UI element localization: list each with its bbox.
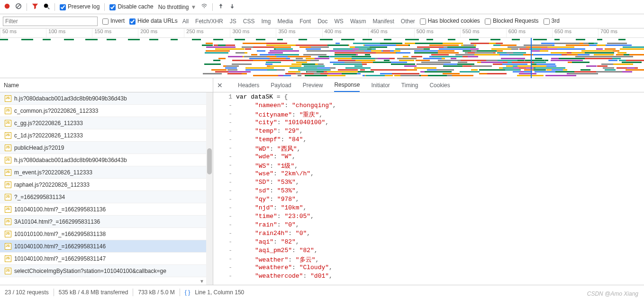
status-bar: 23 / 102 requests 535 kB / 4.8 MB transf…	[0, 285, 644, 299]
time-tick: 700 ms	[598, 28, 644, 37]
table-row[interactable]: ?_=1662995831134	[0, 191, 213, 203]
hide-data-urls-checkbox[interactable]: Hide data URLs	[129, 18, 178, 24]
tab-timing[interactable]: Timing	[401, 79, 418, 91]
filter-type-img[interactable]: Img	[261, 18, 271, 25]
request-name: selectChoiceImgByStation?station=1010401…	[14, 268, 166, 274]
tab-cookies[interactable]: Cookies	[429, 79, 450, 91]
js-file-icon	[5, 108, 11, 114]
filter-type-css[interactable]: CSS	[243, 18, 255, 25]
filter-bar: Invert Hide data URLs AllFetch/XHRJSCSSI…	[0, 14, 644, 28]
scrollbar-track[interactable]	[206, 92, 213, 285]
js-file-icon	[5, 157, 11, 163]
invert-checkbox[interactable]: Invert	[102, 18, 125, 24]
time-tick: 100 ms	[46, 28, 92, 37]
table-row[interactable]: selectChoiceImgByStation?station=1010401…	[0, 265, 213, 277]
request-name: 101040100.html?_=1662995831136	[14, 206, 106, 213]
disable-cache-checkbox[interactable]: Disable cache	[109, 3, 153, 10]
request-name: m_event.js?20220826_112333	[14, 169, 92, 176]
watermark: CSDN @Amo Xiang	[587, 290, 638, 297]
table-row[interactable]: c_gg.js?20220826_112333	[0, 117, 213, 129]
time-tick: 600 ms	[506, 28, 552, 37]
table-row[interactable]: m_event.js?20220826_112333	[0, 166, 213, 179]
time-tick: 250 ms	[184, 28, 230, 37]
blocked-requests-checkbox[interactable]: Blocked Requests	[485, 18, 539, 24]
time-tick: 200 ms	[138, 28, 184, 37]
request-list[interactable]: h.js?080dabacb001ad3dc8b9b9049b36d43bc_c…	[0, 92, 213, 285]
waterfall-chart	[0, 38, 644, 78]
preserve-log-checkbox[interactable]: Preserve log	[60, 3, 100, 10]
network-toolbar: Preserve log Disable cache No throttling…	[0, 0, 644, 14]
time-tick: 500 ms	[414, 28, 460, 37]
table-row[interactable]: 101040100.html?_=1662995831136	[0, 203, 213, 216]
has-blocked-cookies-checkbox[interactable]: Has blocked cookies	[420, 18, 480, 24]
js-file-icon	[5, 194, 11, 200]
search-icon[interactable]	[43, 3, 50, 11]
request-name: raphael.js?20220826_112333	[14, 181, 90, 188]
tab-headers[interactable]: Headers	[238, 79, 259, 91]
table-row[interactable]: 101040100.html?_=1662995831147	[0, 253, 213, 265]
overview-timeline[interactable]: 50 ms100 ms150 ms200 ms250 ms300 ms350 m…	[0, 28, 644, 78]
request-name: c_gg.js?20220826_112333	[14, 120, 83, 127]
table-row[interactable]: h.js?080dabacb001ad3dc8b9b9049b36d43b	[0, 154, 213, 166]
time-tick: 550 ms	[460, 28, 506, 37]
time-tick: 450 ms	[368, 28, 414, 37]
filter-type-doc[interactable]: Doc	[317, 18, 327, 25]
js-file-icon	[5, 181, 11, 188]
close-icon[interactable]: ✕	[217, 82, 223, 89]
table-row[interactable]: c_common.js?20220826_112333	[0, 105, 213, 117]
table-row[interactable]: 101010100.html?_=1662995831138	[0, 228, 213, 240]
time-tick: 50 ms	[0, 28, 46, 37]
third-party-checkbox[interactable]: 3rd	[544, 18, 560, 24]
requests-count: 23 / 102 requests	[5, 289, 49, 296]
table-row[interactable]: raphael.js?20220826_112333	[0, 179, 213, 191]
js-file-icon	[5, 218, 11, 225]
throttling-select[interactable]: No throttling▼	[158, 4, 197, 10]
filter-type-fetchxhr[interactable]: Fetch/XHR	[195, 18, 223, 25]
wifi-icon[interactable]	[201, 3, 208, 11]
tab-response[interactable]: Response	[334, 79, 360, 92]
name-column-header[interactable]: Name	[0, 78, 213, 92]
filter-type-font[interactable]: Font	[299, 18, 311, 25]
pretty-print-icon[interactable]: { }	[185, 289, 190, 296]
js-file-icon	[5, 120, 11, 127]
response-body[interactable]: 1var dataSK = {-"nameen": "chongqing",-"…	[213, 92, 644, 285]
main-panel: Name h.js?080dabacb001ad3dc8b9b9049b36d4…	[0, 78, 644, 285]
record-icon[interactable]	[4, 3, 10, 11]
request-name: 101040100.html?_=1662995831147	[14, 255, 106, 262]
request-name: h.js?080dabacb001ad3dc8b9b9049b36d43b	[14, 95, 127, 102]
table-row[interactable]: publicHead.js?2019	[0, 142, 213, 154]
filter-icon[interactable]	[32, 3, 38, 11]
details-tabs: ✕ HeadersPayloadPreviewResponseInitiator…	[213, 78, 644, 92]
request-name: 101040100.html?_=1662995831146	[14, 243, 106, 250]
table-row[interactable]: h.js?080dabacb001ad3dc8b9b9049b36d43b	[0, 92, 213, 105]
svg-point-0	[5, 4, 10, 9]
filter-type-manifest[interactable]: Manifest	[372, 18, 394, 25]
filter-type-wasm[interactable]: Wasm	[350, 18, 366, 25]
time-tick: 150 ms	[92, 28, 138, 37]
scrollbar-thumb[interactable]	[207, 148, 212, 174]
filter-type-js[interactable]: JS	[230, 18, 236, 25]
details-panel: ✕ HeadersPayloadPreviewResponseInitiator…	[213, 78, 644, 285]
tab-initiator[interactable]: Initiator	[371, 79, 390, 91]
filter-input[interactable]	[3, 17, 98, 26]
tab-payload[interactable]: Payload	[271, 79, 291, 91]
request-name: h.js?080dabacb001ad3dc8b9b9049b36d43b	[14, 157, 127, 163]
filter-type-other[interactable]: Other	[401, 18, 415, 25]
download-icon[interactable]	[229, 3, 236, 11]
table-row[interactable]: 3A10104.html?_=1662995831136	[0, 216, 213, 228]
request-list-panel: Name h.js?080dabacb001ad3dc8b9b9049b36d4…	[0, 78, 213, 285]
svg-point-2	[44, 4, 48, 8]
js-file-icon	[5, 132, 11, 139]
time-tick: 400 ms	[322, 28, 368, 37]
js-file-icon	[5, 255, 11, 262]
filter-type-media[interactable]: Media	[277, 18, 293, 25]
tab-preview[interactable]: Preview	[303, 79, 323, 91]
filter-type-all[interactable]: All	[182, 18, 189, 25]
cursor-position: Line 1, Column 150	[195, 289, 244, 296]
clear-icon[interactable]	[15, 3, 22, 11]
upload-icon[interactable]	[218, 3, 224, 11]
filter-type-ws[interactable]: WS	[335, 18, 344, 25]
table-row[interactable]: c_1d.js?20220826_112333	[0, 129, 213, 142]
request-name: c_1d.js?20220826_112333	[14, 132, 83, 139]
table-row[interactable]: 101040100.html?_=1662995831146	[0, 240, 213, 253]
